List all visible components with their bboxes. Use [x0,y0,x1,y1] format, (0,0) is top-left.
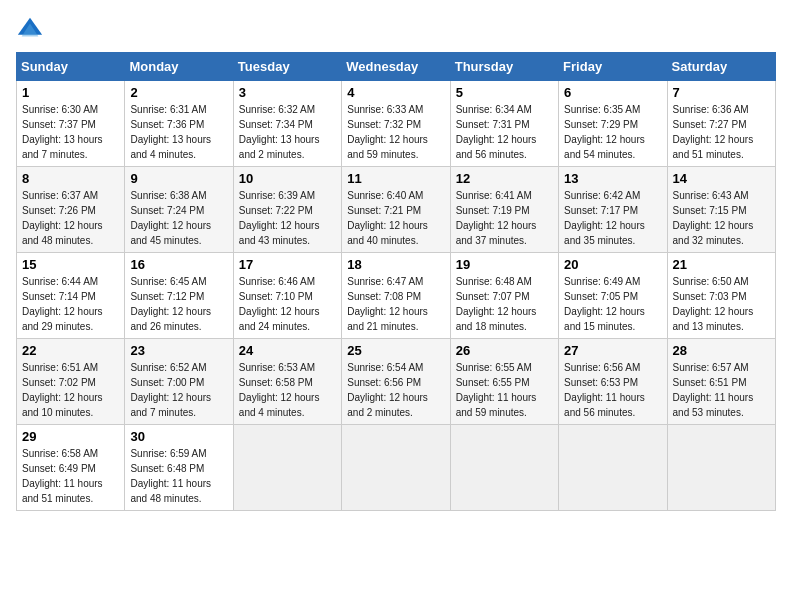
calendar-cell: 23Sunrise: 6:52 AMSunset: 7:00 PMDayligh… [125,339,233,425]
day-info: Sunrise: 6:44 AMSunset: 7:14 PMDaylight:… [22,274,119,334]
day-info: Sunrise: 6:50 AMSunset: 7:03 PMDaylight:… [673,274,770,334]
day-info: Sunrise: 6:56 AMSunset: 6:53 PMDaylight:… [564,360,661,420]
calendar-cell: 20Sunrise: 6:49 AMSunset: 7:05 PMDayligh… [559,253,667,339]
calendar-cell: 18Sunrise: 6:47 AMSunset: 7:08 PMDayligh… [342,253,450,339]
day-info: Sunrise: 6:59 AMSunset: 6:48 PMDaylight:… [130,446,227,506]
day-info: Sunrise: 6:35 AMSunset: 7:29 PMDaylight:… [564,102,661,162]
day-info: Sunrise: 6:41 AMSunset: 7:19 PMDaylight:… [456,188,553,248]
calendar-cell: 19Sunrise: 6:48 AMSunset: 7:07 PMDayligh… [450,253,558,339]
day-info: Sunrise: 6:34 AMSunset: 7:31 PMDaylight:… [456,102,553,162]
calendar-cell [450,425,558,511]
day-number: 4 [347,85,444,100]
day-info: Sunrise: 6:31 AMSunset: 7:36 PMDaylight:… [130,102,227,162]
day-number: 17 [239,257,336,272]
day-number: 25 [347,343,444,358]
calendar-cell: 17Sunrise: 6:46 AMSunset: 7:10 PMDayligh… [233,253,341,339]
day-number: 27 [564,343,661,358]
day-info: Sunrise: 6:46 AMSunset: 7:10 PMDaylight:… [239,274,336,334]
calendar-table: SundayMondayTuesdayWednesdayThursdayFrid… [16,52,776,511]
calendar-week-row: 29Sunrise: 6:58 AMSunset: 6:49 PMDayligh… [17,425,776,511]
header-sunday: Sunday [17,53,125,81]
calendar-cell: 12Sunrise: 6:41 AMSunset: 7:19 PMDayligh… [450,167,558,253]
day-info: Sunrise: 6:57 AMSunset: 6:51 PMDaylight:… [673,360,770,420]
calendar-cell: 7Sunrise: 6:36 AMSunset: 7:27 PMDaylight… [667,81,775,167]
calendar-week-row: 8Sunrise: 6:37 AMSunset: 7:26 PMDaylight… [17,167,776,253]
day-number: 14 [673,171,770,186]
day-info: Sunrise: 6:51 AMSunset: 7:02 PMDaylight:… [22,360,119,420]
logo-icon [16,16,44,44]
calendar-cell: 27Sunrise: 6:56 AMSunset: 6:53 PMDayligh… [559,339,667,425]
header-saturday: Saturday [667,53,775,81]
header-thursday: Thursday [450,53,558,81]
header-wednesday: Wednesday [342,53,450,81]
calendar-cell: 16Sunrise: 6:45 AMSunset: 7:12 PMDayligh… [125,253,233,339]
calendar-cell: 9Sunrise: 6:38 AMSunset: 7:24 PMDaylight… [125,167,233,253]
calendar-cell: 28Sunrise: 6:57 AMSunset: 6:51 PMDayligh… [667,339,775,425]
day-number: 20 [564,257,661,272]
day-number: 23 [130,343,227,358]
day-info: Sunrise: 6:55 AMSunset: 6:55 PMDaylight:… [456,360,553,420]
day-number: 9 [130,171,227,186]
calendar-cell: 6Sunrise: 6:35 AMSunset: 7:29 PMDaylight… [559,81,667,167]
day-number: 13 [564,171,661,186]
day-info: Sunrise: 6:47 AMSunset: 7:08 PMDaylight:… [347,274,444,334]
day-info: Sunrise: 6:49 AMSunset: 7:05 PMDaylight:… [564,274,661,334]
day-number: 26 [456,343,553,358]
calendar-cell: 21Sunrise: 6:50 AMSunset: 7:03 PMDayligh… [667,253,775,339]
calendar-cell [233,425,341,511]
day-number: 10 [239,171,336,186]
calendar-cell [667,425,775,511]
day-number: 5 [456,85,553,100]
calendar-cell: 3Sunrise: 6:32 AMSunset: 7:34 PMDaylight… [233,81,341,167]
day-number: 29 [22,429,119,444]
day-number: 12 [456,171,553,186]
calendar-cell: 11Sunrise: 6:40 AMSunset: 7:21 PMDayligh… [342,167,450,253]
day-number: 3 [239,85,336,100]
page-header [16,16,776,44]
calendar-cell: 1Sunrise: 6:30 AMSunset: 7:37 PMDaylight… [17,81,125,167]
calendar-week-row: 1Sunrise: 6:30 AMSunset: 7:37 PMDaylight… [17,81,776,167]
header-monday: Monday [125,53,233,81]
day-info: Sunrise: 6:39 AMSunset: 7:22 PMDaylight:… [239,188,336,248]
header-tuesday: Tuesday [233,53,341,81]
day-info: Sunrise: 6:38 AMSunset: 7:24 PMDaylight:… [130,188,227,248]
day-number: 22 [22,343,119,358]
day-info: Sunrise: 6:37 AMSunset: 7:26 PMDaylight:… [22,188,119,248]
calendar-cell: 24Sunrise: 6:53 AMSunset: 6:58 PMDayligh… [233,339,341,425]
day-number: 2 [130,85,227,100]
day-info: Sunrise: 6:36 AMSunset: 7:27 PMDaylight:… [673,102,770,162]
calendar-cell [559,425,667,511]
logo [16,16,48,44]
day-info: Sunrise: 6:48 AMSunset: 7:07 PMDaylight:… [456,274,553,334]
day-number: 8 [22,171,119,186]
calendar-cell [342,425,450,511]
day-number: 15 [22,257,119,272]
calendar-cell: 22Sunrise: 6:51 AMSunset: 7:02 PMDayligh… [17,339,125,425]
calendar-header-row: SundayMondayTuesdayWednesdayThursdayFrid… [17,53,776,81]
day-info: Sunrise: 6:43 AMSunset: 7:15 PMDaylight:… [673,188,770,248]
calendar-week-row: 15Sunrise: 6:44 AMSunset: 7:14 PMDayligh… [17,253,776,339]
day-info: Sunrise: 6:45 AMSunset: 7:12 PMDaylight:… [130,274,227,334]
calendar-cell: 29Sunrise: 6:58 AMSunset: 6:49 PMDayligh… [17,425,125,511]
day-info: Sunrise: 6:58 AMSunset: 6:49 PMDaylight:… [22,446,119,506]
day-number: 30 [130,429,227,444]
calendar-cell: 14Sunrise: 6:43 AMSunset: 7:15 PMDayligh… [667,167,775,253]
calendar-cell: 8Sunrise: 6:37 AMSunset: 7:26 PMDaylight… [17,167,125,253]
calendar-cell: 2Sunrise: 6:31 AMSunset: 7:36 PMDaylight… [125,81,233,167]
calendar-cell: 26Sunrise: 6:55 AMSunset: 6:55 PMDayligh… [450,339,558,425]
day-number: 19 [456,257,553,272]
day-number: 6 [564,85,661,100]
day-info: Sunrise: 6:30 AMSunset: 7:37 PMDaylight:… [22,102,119,162]
header-friday: Friday [559,53,667,81]
day-info: Sunrise: 6:40 AMSunset: 7:21 PMDaylight:… [347,188,444,248]
day-number: 16 [130,257,227,272]
day-info: Sunrise: 6:33 AMSunset: 7:32 PMDaylight:… [347,102,444,162]
day-info: Sunrise: 6:54 AMSunset: 6:56 PMDaylight:… [347,360,444,420]
day-info: Sunrise: 6:42 AMSunset: 7:17 PMDaylight:… [564,188,661,248]
calendar-cell: 30Sunrise: 6:59 AMSunset: 6:48 PMDayligh… [125,425,233,511]
calendar-cell: 15Sunrise: 6:44 AMSunset: 7:14 PMDayligh… [17,253,125,339]
day-number: 1 [22,85,119,100]
day-number: 24 [239,343,336,358]
day-info: Sunrise: 6:52 AMSunset: 7:00 PMDaylight:… [130,360,227,420]
calendar-week-row: 22Sunrise: 6:51 AMSunset: 7:02 PMDayligh… [17,339,776,425]
